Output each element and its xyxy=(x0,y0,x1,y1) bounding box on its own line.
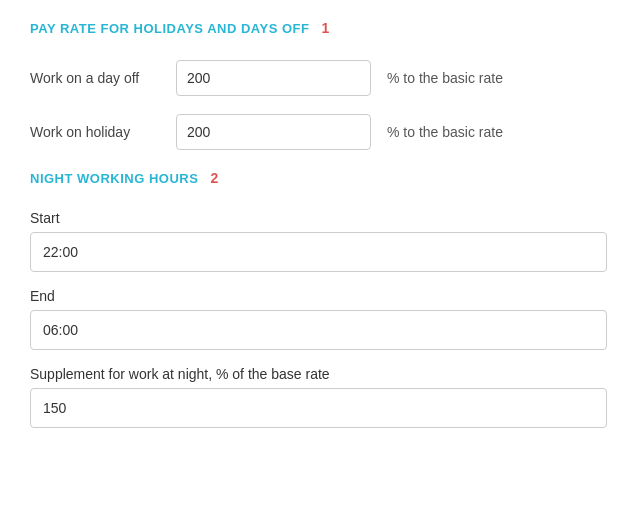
section2-badge: 2 xyxy=(210,170,218,186)
section1-badge: 1 xyxy=(321,20,329,36)
start-label: Start xyxy=(30,210,607,226)
section2-header: NIGHT WORKING HOURS 2 xyxy=(30,170,607,186)
start-group: Start xyxy=(30,210,607,272)
end-label: End xyxy=(30,288,607,304)
day-off-input[interactable] xyxy=(176,60,371,96)
day-off-row: Work on a day off % to the basic rate xyxy=(30,60,607,96)
holiday-row: Work on holiday % to the basic rate xyxy=(30,114,607,150)
section1-title: PAY RATE FOR HOLIDAYS AND DAYS OFF xyxy=(30,21,309,36)
day-off-label: Work on a day off xyxy=(30,70,160,86)
start-input[interactable] xyxy=(30,232,607,272)
holiday-suffix: % to the basic rate xyxy=(387,124,503,140)
section2-title: NIGHT WORKING HOURS xyxy=(30,171,198,186)
end-group: End xyxy=(30,288,607,350)
holiday-label: Work on holiday xyxy=(30,124,160,140)
supplement-label: Supplement for work at night, % of the b… xyxy=(30,366,607,382)
supplement-input[interactable] xyxy=(30,388,607,428)
holiday-input[interactable] xyxy=(176,114,371,150)
day-off-suffix: % to the basic rate xyxy=(387,70,503,86)
supplement-group: Supplement for work at night, % of the b… xyxy=(30,366,607,428)
section1-header: PAY RATE FOR HOLIDAYS AND DAYS OFF 1 xyxy=(30,20,607,36)
end-input[interactable] xyxy=(30,310,607,350)
